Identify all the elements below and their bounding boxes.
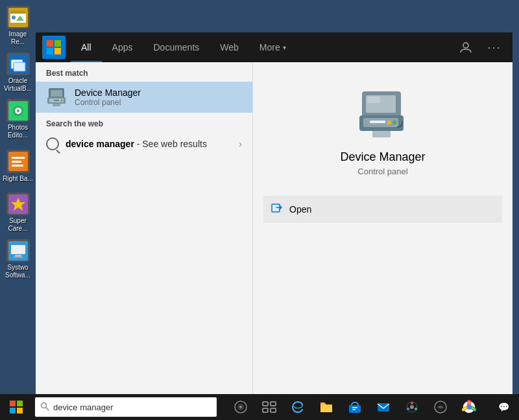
taskbar-center (219, 394, 490, 420)
open-action[interactable]: Open (263, 196, 502, 223)
person-icon[interactable] (454, 36, 477, 59)
device-manager-result-text: Device Manager Control panel (75, 88, 141, 107)
device-manager-subtitle: Control panel (75, 98, 141, 107)
detail-subtitle: Control panel (357, 167, 407, 176)
svg-rect-56 (271, 408, 276, 412)
svg-rect-19 (11, 245, 25, 254)
web-search-text: device manager - See web results (66, 139, 232, 149)
desktop-icon-image-re[interactable]: Image Re... (1, 3, 35, 49)
detail-title: Device Manager (340, 150, 425, 164)
desktop-icon-virtualbox[interactable]: OracleVirtualB... (1, 50, 35, 95)
chrome-button[interactable] (456, 394, 482, 420)
svg-rect-31 (54, 100, 59, 101)
nav-tabs: All Apps Documents Web More ▾ (71, 32, 454, 62)
device-manager-title: Device Manager (75, 88, 141, 98)
taskbar-right: 💬 (490, 394, 519, 420)
desktop-icon-supercare[interactable]: SuperCare... (1, 190, 35, 235)
svg-rect-7 (14, 62, 25, 71)
svg-rect-36 (367, 97, 380, 103)
game-button[interactable] (428, 394, 453, 420)
detail-device-manager-icon (357, 88, 409, 140)
svg-point-52 (239, 406, 242, 408)
search-suffix: - See web results (134, 139, 207, 149)
svg-point-32 (61, 100, 63, 102)
taskbar-search[interactable]: device manager (35, 397, 217, 417)
svg-rect-14 (12, 161, 21, 163)
mail-button[interactable] (370, 394, 396, 420)
best-match-label: Best match (36, 62, 252, 82)
svg-point-41 (387, 121, 391, 124)
ellipsis-icon[interactable]: ··· (483, 36, 506, 59)
edge-button[interactable] (285, 394, 311, 420)
chevron-right-icon: › (239, 139, 242, 149)
svg-rect-42 (372, 131, 391, 137)
desktop-icon-label: OracleVirtualB... (4, 77, 32, 93)
svg-point-63 (411, 402, 413, 404)
svg-rect-46 (10, 408, 16, 414)
cortana-button[interactable] (228, 394, 254, 420)
svg-rect-54 (271, 402, 276, 406)
tab-documents[interactable]: Documents (143, 32, 210, 62)
svg-rect-21 (13, 257, 23, 258)
app-logo (42, 36, 66, 59)
svg-rect-33 (53, 104, 60, 106)
detail-actions: Open (253, 196, 513, 224)
top-nav: All Apps Documents Web More ▾ ··· (36, 32, 513, 62)
desktop-icon-label: SuperCare... (8, 217, 27, 233)
svg-point-11 (17, 110, 19, 112)
device-manager-result[interactable]: Device Manager Control panel (36, 82, 252, 113)
svg-rect-59 (352, 407, 357, 408)
svg-rect-22 (47, 40, 53, 47)
results-panel: Best match (36, 62, 253, 394)
svg-rect-60 (352, 409, 356, 410)
search-icon (46, 137, 59, 150)
open-icon (271, 202, 283, 216)
content-area: Best match (36, 62, 513, 394)
tab-all[interactable]: All (71, 32, 102, 62)
svg-rect-39 (370, 121, 385, 123)
desktop-icon-rightba[interactable]: Right Ba... (1, 143, 35, 189)
desktop-icons: Image Re... OracleVirtualB... (0, 0, 36, 389)
svg-rect-15 (12, 165, 23, 167)
svg-point-66 (410, 405, 414, 409)
web-search-item[interactable]: device manager - See web results › (36, 132, 252, 156)
svg-point-26 (463, 43, 468, 48)
svg-rect-25 (54, 48, 61, 54)
svg-rect-47 (17, 408, 23, 414)
svg-rect-57 (320, 405, 332, 412)
svg-point-65 (407, 408, 409, 410)
svg-rect-61 (378, 403, 389, 412)
tab-apps[interactable]: Apps (102, 32, 143, 62)
desktop-icon-systwo[interactable]: SystwoSoftwa... (1, 237, 35, 282)
desktop-icon-label: Image Re... (3, 30, 34, 46)
taskbar-search-text: device manager (53, 402, 114, 412)
chevron-down-icon: ▾ (283, 44, 286, 51)
svg-rect-43 (272, 204, 280, 212)
svg-point-70 (467, 405, 471, 409)
svg-point-3 (12, 16, 16, 19)
paint-button[interactable] (399, 394, 425, 420)
search-panel: All Apps Documents Web More ▾ ··· (36, 32, 513, 394)
open-label: Open (289, 204, 311, 215)
svg-rect-28 (51, 90, 62, 97)
desktop-icon-label: PhotosEdito... (8, 124, 28, 139)
taskbar-search-icon (40, 402, 49, 413)
tab-web[interactable]: Web (210, 32, 249, 62)
nav-actions: ··· (454, 36, 506, 59)
notification-icon[interactable]: 💬 (490, 394, 516, 420)
svg-rect-45 (17, 401, 23, 406)
tab-more[interactable]: More ▾ (249, 32, 296, 62)
search-query: device manager (66, 139, 134, 149)
svg-rect-23 (54, 40, 61, 47)
svg-line-49 (46, 407, 49, 410)
task-view-button[interactable] (256, 394, 282, 420)
svg-rect-24 (47, 48, 53, 54)
desktop-icon-label: SystwoSoftwa... (5, 264, 30, 279)
store-button[interactable] (342, 394, 368, 420)
file-explorer-button[interactable] (313, 394, 339, 420)
svg-rect-44 (10, 401, 16, 406)
desktop-icon-photos[interactable]: PhotosEdito... (1, 97, 35, 142)
device-manager-icon (46, 87, 67, 108)
svg-point-64 (415, 408, 417, 410)
start-button[interactable] (0, 394, 32, 420)
